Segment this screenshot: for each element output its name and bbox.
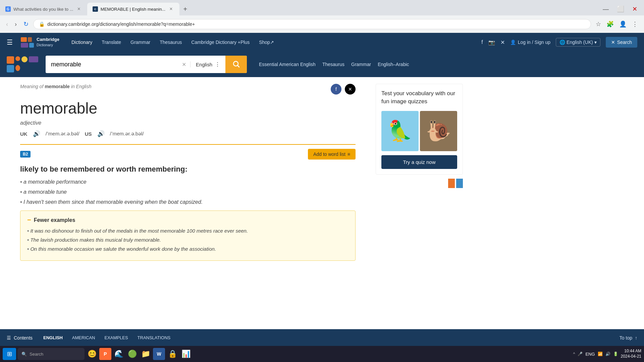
dict-link-thesaurus[interactable]: Thesaurus [322,60,344,68]
bottom-tab-english[interactable]: ENGLISH [39,333,67,342]
to-top-button[interactable]: To top ↑ [620,335,637,341]
bookmark-button[interactable]: ☆ [594,18,603,30]
search-clear-button[interactable]: × [178,61,190,68]
hamburger-icon[interactable]: ☰ [7,38,13,46]
address-bar[interactable]: 🔒 dictionary.cambridge.org/dictionary/en… [33,19,591,29]
nav-grammar[interactable]: Grammar [126,37,154,48]
taskbar-app-paint[interactable]: P [99,348,111,360]
language-toggle[interactable]: English ⋮ [190,61,225,67]
fewer-example-1: It was no dishonour to finish out of the… [27,228,348,234]
minus-icon: − [27,216,31,224]
top-label: To top [620,335,632,341]
examples-list: a memorable performance a memorable tune… [20,179,356,205]
facebook-icon[interactable]: f [481,39,483,45]
header-right: f 📷 ✕ 👤 Log in / Sign up 🌐 English (UK) … [481,37,637,48]
quiz-title: Test your vocabulary with our fun image … [376,84,463,111]
nav-plus[interactable]: Cambridge Dictionary +Plus [187,37,254,48]
fewer-example-2: The lavish production makes this musical… [27,237,348,243]
nav-translate[interactable]: Translate [98,37,125,48]
instagram-icon[interactable]: 📷 [488,39,495,46]
taskbar-app-word[interactable]: W [153,348,165,360]
definition: likely to be remembered or worth remembe… [20,165,356,174]
site-nav: Dictionary Translate Grammar Thesaurus C… [67,37,278,48]
taskbar-app-edge[interactable]: 🌊 [113,348,125,360]
breadcrumb: Meaning of memorable in English [20,84,91,89]
bottom-bar: ☰ Contents ENGLISH AMERICAN EXAMPLES TRA… [0,329,644,346]
tab-2[interactable]: C MEMORABLE | English meanin... × [87,3,179,15]
nav-dictionary[interactable]: Dictionary [67,37,96,48]
list-icon: ≡ [347,152,350,157]
taskbar-search[interactable]: 🔍 Search [17,348,85,360]
close-button[interactable]: ✕ [630,4,640,14]
search-header-button[interactable]: ✕ Search [606,37,637,48]
tab-1-favicon: G [5,6,11,12]
taskbar-app-files[interactable]: 📁 [140,348,152,360]
bottom-tab-examples[interactable]: EXAMPLES [100,333,132,342]
word-title: memorable [20,99,356,117]
tab-2-favicon: C [93,6,98,12]
tab-2-close[interactable]: × [168,5,174,13]
lang-toggle-label: English [196,62,212,67]
tab-2-title: MEMORABLE | English meanin... [101,7,165,12]
taskbar: ⊞ 🔍 Search 😊 P 🌊 🟢 📁 W 🔒 📊 ^ 🎤 ENG 📶 🔊 🔋… [0,346,644,362]
hamburger-contents-icon: ☰ [7,335,11,341]
dict-link-arabic[interactable]: English–Arabic [378,60,409,68]
toolbar-actions: ☆ 🧩 👤 ⋮ [594,18,640,30]
browser-frame: G What activities do you like to ... × C… [0,0,644,33]
search-input[interactable]: memorable [46,56,178,73]
add-to-word-button[interactable]: Add to word list ≡ [308,149,356,160]
wifi-icon: 📶 [598,352,603,356]
language-selector[interactable]: 🌐 English (UK) ▾ [556,38,600,47]
profile-button[interactable]: 👤 [617,18,629,30]
start-button[interactable]: ⊞ [3,348,16,360]
tab-1-close[interactable]: × [76,5,82,13]
quiz-button[interactable]: Try a quiz now [381,155,457,169]
taskbar-chevron-icon[interactable]: ^ [573,352,575,356]
url-input[interactable]: dictionary.cambridge.org/dictionary/engl… [47,21,585,27]
search-header-label: Search [617,40,632,45]
login-button[interactable]: 👤 Log in / Sign up [510,40,550,45]
uk-audio-button[interactable]: 🔊 [33,130,40,137]
nav-thesaurus[interactable]: Thesaurus [156,37,186,48]
tab-1[interactable]: G What activities do you like to ... × [0,3,87,15]
fewer-examples-section: − Fewer examples It was no dishonour to … [20,210,356,261]
share-x-button[interactable]: ✕ [345,84,356,95]
bottom-tab-american[interactable]: AMERICAN [68,333,99,342]
minimize-button[interactable]: — [600,4,611,14]
uk-pronunciation: /ˈmem.ər.ə.bəl/ [46,131,79,137]
reload-button[interactable]: ↻ [21,18,31,30]
new-tab-button[interactable]: + [179,5,192,13]
taskbar-app-security[interactable]: 🔒 [166,348,178,360]
twitter-x-icon[interactable]: ✕ [500,39,505,46]
taskbar-app-chrome[interactable]: 🟢 [126,348,138,360]
us-label: US [85,131,92,137]
sidebar-right: Test your vocabulary with our fun image … [369,77,470,267]
pronunciation: UK 🔊 /ˈmem.ər.ə.bəl/ US 🔊 /ˈmem.ər.ə.bəl… [20,130,356,137]
nav-shop[interactable]: Shop↗ [255,37,278,48]
restore-button[interactable]: ⬜ [614,4,627,14]
extensions-button[interactable]: 🧩 [604,18,616,30]
back-button[interactable]: ‹ [4,19,10,30]
taskbar-app-extra[interactable]: 📊 [180,348,192,360]
taskbar-app-emoji[interactable]: 😊 [86,348,98,360]
bottom-tab-translations[interactable]: TRANSLATIONS [133,333,175,342]
menu-button[interactable]: ⋮ [630,18,640,30]
search-icon [232,60,240,68]
contents-button[interactable]: ☰ Contents [7,335,33,341]
us-audio-button[interactable]: 🔊 [97,130,105,137]
tab-1-title: What activities do you like to ... [13,7,73,12]
battery-icon: 🔋 [613,352,618,356]
fewer-examples-toggle[interactable]: − Fewer examples [27,216,348,224]
browser-controls: — ⬜ ✕ [600,4,644,14]
login-label: Log in / Sign up [518,40,550,45]
search-x-icon: ✕ [611,40,615,45]
forward-button[interactable]: › [13,19,19,30]
fewer-example-3: On this memorable occasion we salute the… [27,246,348,252]
share-icons: f ✕ [331,84,356,95]
dict-link-essential[interactable]: Essential American English [259,60,316,68]
dict-link-grammar[interactable]: Grammar [351,60,371,68]
share-facebook-button[interactable]: f [331,84,341,95]
search-go-button[interactable] [225,56,247,73]
example-3: I haven't seen them since that memorable… [20,199,356,205]
us-pronunciation: /ˈmem.ər.ə.bəl/ [110,131,144,137]
